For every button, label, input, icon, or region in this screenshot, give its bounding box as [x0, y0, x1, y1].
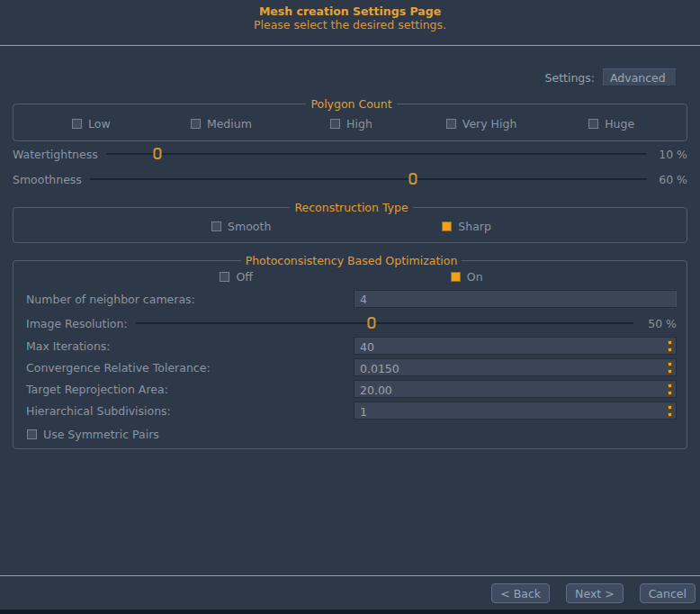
spin-up-button[interactable]	[668, 384, 672, 388]
image-resolution-row: Image Resolution: 50 %	[26, 313, 677, 333]
smoothness-label: Smoothness	[13, 173, 82, 186]
smoothness-row: Smoothness 60 %	[13, 167, 687, 192]
spin-down-button[interactable]	[668, 348, 672, 352]
hierarchical-subdivisions-row: Hierarchical Subdivisions:	[26, 402, 677, 420]
watertightness-label: Watertightness	[13, 148, 98, 161]
polygon-count-group: Polygon Count Low Medium High Very High …	[13, 97, 687, 141]
target-reprojection-label: Target Reprojection Area:	[26, 383, 354, 396]
spin-down-button[interactable]	[668, 391, 672, 395]
hierarchical-subdivisions-label: Hierarchical Subdivisions:	[26, 404, 354, 418]
image-resolution-value: 50 %	[644, 317, 677, 330]
settings-label: Settings:	[545, 71, 595, 85]
checkbox-icon	[588, 119, 598, 129]
settings-preset-dropdown[interactable]: Advanced	[603, 68, 677, 86]
reconstruction-type-group: Reconstruction Type Smooth Sharp	[13, 201, 687, 243]
watertightness-value: 10 %	[655, 148, 687, 161]
watertightness-slider-handle[interactable]	[153, 148, 161, 159]
reconstruction-type-options: Smooth Sharp	[26, 216, 677, 238]
page-subtitle: Please select the desired settings.	[0, 18, 700, 32]
spinner-buttons	[664, 381, 676, 397]
checkbox-option-low[interactable]: Low	[72, 117, 111, 131]
checkbox-icon	[451, 272, 461, 282]
neighbor-cameras-input[interactable]	[354, 290, 677, 308]
window-bottom-edge	[0, 609, 700, 614]
page-title: Mesh creation Settings Page	[0, 5, 700, 18]
checkbox-icon	[446, 119, 456, 129]
convergence-tolerance-spinbox	[354, 358, 677, 376]
mesh-settings-dialog: Mesh creation Settings Page Please selec…	[0, 0, 700, 614]
empty-area	[0, 449, 700, 575]
checkbox-icon	[330, 119, 340, 129]
max-iterations-input[interactable]	[354, 338, 664, 356]
hierarchical-subdivisions-input[interactable]	[354, 402, 664, 420]
convergence-tolerance-label: Convergence Relative Tolerance:	[26, 361, 354, 375]
convergence-tolerance-row: Convergence Relative Tolerance:	[26, 358, 677, 376]
checkbox-icon	[442, 221, 452, 231]
checkbox-icon	[72, 119, 82, 129]
spin-down-button[interactable]	[668, 369, 672, 374]
wizard-header: Mesh creation Settings Page Please selec…	[0, 0, 700, 46]
spinner-buttons	[664, 402, 676, 419]
target-reprojection-row: Target Reprojection Area:	[26, 380, 677, 398]
smoothness-slider-track[interactable]	[90, 178, 647, 180]
target-reprojection-spinbox	[354, 380, 677, 398]
cancel-button[interactable]: Cancel	[640, 583, 696, 603]
checkbox-option-smooth[interactable]: Smooth	[211, 220, 271, 233]
spinner-buttons	[664, 359, 676, 375]
photoconsistency-group: Photoconsistency Based Optimization Off …	[13, 254, 687, 449]
checkbox-icon	[220, 272, 229, 282]
convergence-tolerance-input[interactable]	[354, 359, 664, 377]
image-resolution-slider-track[interactable]	[136, 322, 633, 324]
wizard-footer: < Back Next > Cancel	[0, 575, 700, 603]
spin-up-button[interactable]	[668, 340, 672, 345]
spin-up-button[interactable]	[668, 405, 672, 410]
checkbox-icon	[27, 429, 37, 439]
max-iterations-row: Max Iterations:	[26, 337, 677, 355]
polygon-count-legend: Polygon Count	[306, 97, 396, 111]
checkbox-option-off[interactable]: Off	[220, 270, 252, 284]
checkbox-option-sharp[interactable]: Sharp	[442, 220, 491, 233]
max-iterations-spinbox	[354, 337, 677, 355]
watertightness-slider-track[interactable]	[106, 153, 647, 155]
spin-down-button[interactable]	[668, 412, 672, 417]
photoconsistency-legend: Photoconsistency Based Optimization	[241, 254, 462, 267]
checkbox-option-on[interactable]: On	[451, 270, 483, 284]
neighbor-cameras-row: Number of neighbor cameras:	[26, 290, 677, 308]
checkbox-option-medium[interactable]: Medium	[191, 117, 252, 131]
watertightness-row: Watertightness 10 %	[13, 141, 687, 167]
checkbox-option-high[interactable]: High	[330, 117, 372, 131]
back-button[interactable]: < Back	[491, 583, 550, 603]
image-resolution-label: Image Resolution:	[26, 317, 128, 330]
checkbox-icon	[211, 221, 221, 231]
target-reprojection-input[interactable]	[354, 381, 664, 399]
checkbox-icon	[191, 119, 201, 129]
max-iterations-label: Max Iterations:	[26, 339, 354, 353]
hierarchical-subdivisions-spinbox	[354, 402, 677, 420]
neighbor-cameras-label: Number of neighbor cameras:	[26, 293, 354, 306]
photoconsistency-toggle: Off On	[26, 269, 677, 286]
spin-up-button[interactable]	[668, 362, 672, 366]
checkbox-option-huge[interactable]: Huge	[588, 117, 634, 131]
smoothness-slider-handle[interactable]	[408, 173, 417, 185]
settings-bar: Settings: Advanced	[0, 68, 700, 86]
checkbox-option-use-symmetric-pairs[interactable]: Use Symmetric Pairs	[27, 428, 159, 441]
symmetric-pairs-row: Use Symmetric Pairs	[26, 427, 677, 441]
spinner-buttons	[664, 338, 676, 354]
next-button[interactable]: Next >	[566, 583, 624, 603]
image-resolution-slider-handle[interactable]	[368, 317, 376, 329]
smoothness-value: 60 %	[655, 173, 687, 186]
reconstruction-type-legend: Reconstruction Type	[290, 201, 412, 214]
polygon-count-options: Low Medium High Very High Huge	[26, 113, 677, 136]
checkbox-option-very-high[interactable]: Very High	[446, 117, 517, 131]
